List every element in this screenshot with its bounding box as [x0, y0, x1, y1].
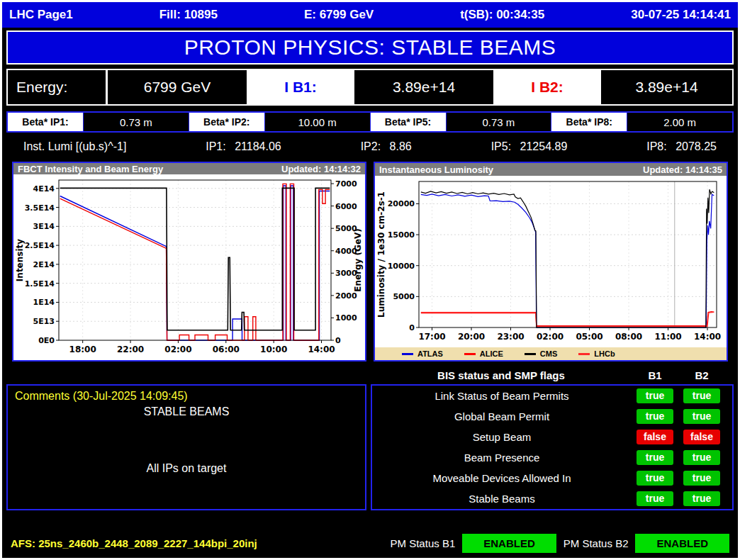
beta-ip1-label: Beta* IP1:	[8, 113, 83, 131]
comments-box: Comments (30-Jul-2025 14:09:45) STABLE B…	[6, 384, 366, 510]
bis-col-b2: B2	[678, 369, 725, 381]
flag-badge-b2: true	[683, 409, 720, 424]
flag-badge-b2: true	[683, 450, 720, 465]
svg-text:Luminosity / 1e30 cm-2s-1: Luminosity / 1e30 cm-2s-1	[376, 191, 386, 318]
flag-badge-b1: true	[637, 409, 673, 424]
flag-badge-b2: true	[683, 388, 720, 403]
svg-text:14:00: 14:00	[308, 345, 335, 354]
svg-text:10:00: 10:00	[260, 345, 287, 354]
app-title: LHC Page1	[9, 8, 73, 22]
flag-row: Setup Beam false false	[372, 427, 725, 447]
charts-row: FBCT Intensity and Beam Energy Updated: …	[12, 162, 728, 362]
svg-text:2000: 2000	[335, 291, 357, 301]
flag-b1-cell: true	[632, 388, 678, 403]
beta-ip8-label: Beta* IP8:	[551, 113, 627, 131]
intensity-b2-value: 3.89e+14	[601, 70, 732, 104]
svg-text:11:00: 11:00	[654, 332, 681, 342]
lumi-ip5: IP5: 21254.89	[491, 140, 568, 153]
svg-text:23:00: 23:00	[497, 332, 524, 342]
flag-b2-cell: true	[678, 388, 725, 403]
svg-text:20:00: 20:00	[458, 332, 485, 342]
banner-title: PROTON PHYSICS: STABLE BEAMS	[184, 35, 556, 60]
fill-number: Fill: 10895	[159, 8, 218, 22]
svg-text:4E14: 4E14	[33, 184, 55, 194]
lumi-row-label: Inst. Lumi [(ub.s)^-1]	[23, 140, 126, 153]
flag-label: Setup Beam	[372, 431, 632, 443]
svg-text:1000: 1000	[335, 313, 357, 323]
fbct-chart-header: FBCT Intensity and Beam Energy Updated: …	[13, 163, 365, 174]
beta-ip1-value: 0.73 m	[84, 113, 189, 131]
legend-label-alice: ALICE	[480, 349, 503, 358]
lumi-chart-updated: Updated: 14:14:35	[643, 164, 722, 175]
svg-text:Energy (GeV): Energy (GeV)	[353, 228, 363, 292]
flag-badge-b2: true	[683, 471, 720, 486]
comments-line-2: All IPs on target	[15, 462, 358, 475]
flag-badge-b1: false	[637, 430, 673, 444]
pm-status-b2-value: ENABLED	[635, 534, 729, 553]
flag-b2-cell: true	[678, 471, 725, 486]
energy-intensity-row: Energy: 6799 GeV I B1: 3.89e+14 I B2: 3.…	[6, 69, 734, 106]
flag-row: Moveable Devices Allowed In true true	[372, 468, 725, 488]
bis-flags-table: Link Status of Beam Permits true true Gl…	[371, 384, 734, 510]
svg-text:2.5E14: 2.5E14	[25, 241, 55, 250]
svg-text:22:00: 22:00	[117, 345, 144, 354]
svg-text:14:00: 14:00	[694, 332, 721, 342]
flag-label: Beam Presence	[372, 452, 632, 464]
flag-row: Link Status of Beam Permits true true	[372, 386, 725, 406]
lumi-ip8-label: IP8:	[646, 140, 666, 153]
lumi-ip5-value: 21254.89	[520, 140, 568, 153]
alice-line-swatch	[464, 353, 476, 355]
lumi-chart-plot: 0500010000150002000017:0020:0023:0002:00…	[375, 176, 727, 347]
datetime: 30-07-25 14:14:41	[631, 8, 731, 22]
beta-ip8-value: 2.00 m	[627, 113, 732, 131]
lumi-chart-panel: Instantaneous Luminosity Updated: 14:14:…	[374, 162, 728, 362]
pm-status-b2-label: PM Status B2	[564, 537, 629, 549]
flag-b1-cell: true	[632, 409, 678, 424]
lumi-ip1: IP1: 21184.06	[206, 140, 281, 153]
svg-text:10000: 10000	[388, 262, 415, 271]
flag-label: Stable Beams	[372, 493, 632, 505]
flag-row: Global Beam Permit true true	[372, 406, 725, 427]
legend-item-atlas: ATLAS	[402, 349, 443, 358]
legend-label-atlas: ATLAS	[417, 349, 443, 358]
flag-badge-b2: true	[683, 491, 720, 506]
legend-item-cms: CMS	[525, 349, 557, 358]
fbct-chart-panel: FBCT Intensity and Beam Energy Updated: …	[12, 162, 366, 362]
lumi-chart-header: Instantaneous Luminosity Updated: 14:14:…	[375, 163, 727, 176]
svg-text:0: 0	[409, 323, 415, 332]
flag-b1-cell: true	[632, 450, 678, 465]
svg-text:3E14: 3E14	[33, 222, 55, 231]
flag-row: Beam Presence true true	[372, 447, 725, 468]
svg-text:17:00: 17:00	[418, 332, 445, 342]
lumi-ip1-label: IP1:	[206, 140, 225, 153]
legend-item-alice: ALICE	[464, 349, 503, 358]
fbct-chart-title: FBCT Intensity and Beam Energy	[18, 164, 163, 174]
flag-b2-cell: true	[678, 450, 725, 465]
flag-b2-cell: true	[678, 491, 725, 506]
flag-badge-b2: false	[683, 430, 720, 444]
energy-value: 6799 GeV	[108, 70, 247, 104]
bottom-section: BIS status and SMP flags B1 B2 Comments …	[6, 366, 734, 510]
footer-bar: AFS: 25ns_2460b_2448_2089_2227_144bpi_20…	[6, 531, 734, 555]
flag-badge-b1: true	[637, 388, 673, 403]
flag-label: Link Status of Beam Permits	[372, 390, 632, 402]
lumi-ip5-label: IP5:	[491, 140, 511, 153]
afs-filling-scheme: AFS: 25ns_2460b_2448_2089_2227_144bpi_20…	[11, 537, 383, 549]
svg-text:Intensity: Intensity	[15, 239, 25, 281]
svg-text:06:00: 06:00	[213, 345, 240, 354]
cms-line-swatch	[525, 353, 536, 355]
page-mode-banner: PROTON PHYSICS: STABLE BEAMS	[6, 30, 734, 65]
flag-label: Global Beam Permit	[372, 410, 632, 422]
beam-energy-status: E: 6799 GeV	[304, 8, 374, 22]
lhc-page1: LHC Page1 Fill: 10895 E: 6799 GeV t(SB):…	[0, 0, 740, 560]
fbct-chart-plot: 0E05E131E141.5E142E142.5E143E143.5E144E1…	[13, 174, 365, 360]
lumi-chart-title: Instantaneous Luminosity	[379, 164, 493, 175]
lumi-ip8-value: 2078.25	[675, 140, 717, 153]
svg-text:18:00: 18:00	[69, 345, 96, 354]
lumi-ip2-value: 8.86	[390, 140, 412, 153]
flag-b1-cell: true	[632, 491, 678, 506]
lumi-ip8: IP8: 2078.25	[646, 140, 717, 153]
legend-label-cms: CMS	[540, 349, 557, 358]
lhcb-line-swatch	[578, 353, 590, 355]
svg-text:02:00: 02:00	[537, 332, 564, 342]
